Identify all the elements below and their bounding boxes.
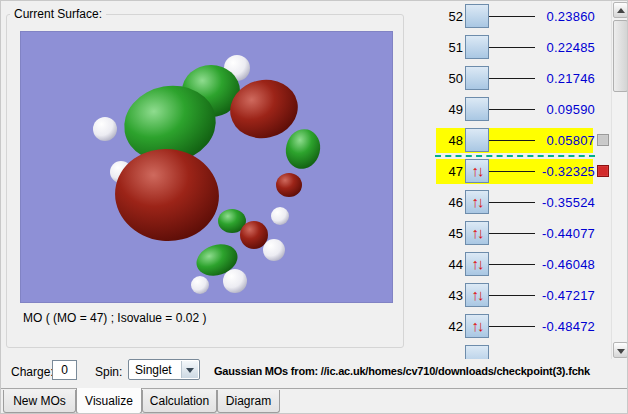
mo-number: 50 [437,71,463,86]
mo-number: 46 [437,195,463,210]
mo-row-51[interactable]: 510.22485 [409,32,609,63]
mo-box-occupied[interactable]: ↑↓ [465,221,489,245]
mo-row-49[interactable]: 490.09590 [409,94,609,125]
mo-row-48[interactable]: 480.05807 [409,125,609,156]
mo-number: 48 [437,133,463,148]
mo-box-occupied[interactable]: ↑↓ [465,159,489,183]
mo-energy-value: 0.21746 [535,71,595,86]
electron-pair-arrows-icon: ↑↓ [466,160,488,182]
mo-energy-value: -0.46048 [535,257,595,272]
mo-energy-value: 0.23860 [535,9,595,24]
homo-lumo-divider [435,155,595,157]
mo-box-occupied[interactable]: ↑↓ [465,252,489,276]
mo-box-virtual[interactable] [465,97,489,121]
mo-list-scrollbar[interactable] [611,1,628,359]
electron-pair-arrows-icon: ↑↓ [466,222,488,244]
mo-energy-value: -0.47217 [535,288,595,303]
mo-box-occupied[interactable]: ↑↓ [465,283,489,307]
mo-energy-value: 0.22485 [535,40,595,55]
electron-pair-arrows-icon: ↑↓ [466,315,488,337]
tab-visualize[interactable]: Visualize [76,388,142,414]
mo-number: 47 [437,164,463,179]
mo-number: 44 [437,257,463,272]
mo-row-44[interactable]: 44↑↓-0.46048 [409,249,609,280]
tab-diagram[interactable]: Diagram [217,390,280,413]
electron-pair-arrows-icon: ↑↓ [466,253,488,275]
mo-number: 45 [437,226,463,241]
mo-energy-value: -0.32325 [535,164,595,179]
gaussian-source-label: Gaussian MOs from: [214,365,318,377]
spin-dropdown[interactable]: Singlet [128,359,200,380]
electron-pair-arrows-icon: ↑↓ [466,284,488,306]
mo-energy-value: -0.44077 [535,226,595,241]
mo-box-occupied[interactable]: ↑↓ [465,314,489,338]
gaussian-source-path: //ic.ac.uk/homes/cv710/downloads/checkpo… [321,365,590,377]
charge-label: Charge: [11,365,54,379]
mo-number: 49 [437,102,463,117]
molecule-orbital-rendering [21,32,392,302]
mo-row-52[interactable]: 520.23860 [409,1,609,32]
mo-row-43[interactable]: 43↑↓-0.47217 [409,280,609,311]
scroll-down-icon [617,349,625,354]
mo-energy-list: 520.23860510.22485500.21746490.09590480.… [409,1,609,359]
scroll-down-button[interactable] [613,342,628,358]
mo-box-virtual[interactable] [465,128,489,152]
charge-input[interactable] [52,360,77,380]
current-surface-groupbox: Current Surface: [6,14,404,348]
molecule-3d-viewport[interactable] [20,31,393,303]
mo-number: 43 [437,288,463,303]
mo-box-virtual[interactable] [465,66,489,90]
surface-caption: MO ( (MO = 47) ; Isovalue = 0.02 ) [23,311,206,325]
mo-number: 51 [437,40,463,55]
mo-box-virtual[interactable] [465,4,489,28]
mo-number: 42 [437,319,463,334]
spin-dropdown-button[interactable] [181,361,198,378]
mo-energy-value: 0.05807 [535,133,595,148]
mo-row-46[interactable]: 46↑↓-0.35524 [409,187,609,218]
mo-box-virtual[interactable] [465,35,489,59]
mo-energy-value: 0.09590 [535,102,595,117]
mo-row-50[interactable]: 500.21746 [409,63,609,94]
scrollbar-thumb[interactable] [613,20,628,92]
mo-energy-value: -0.48472 [535,319,595,334]
mo-visibility-checkbox[interactable] [597,165,609,177]
mo-number: 52 [437,9,463,24]
mo-box-virtual[interactable] [465,345,489,359]
mo-visibility-checkbox[interactable] [597,134,609,146]
mo-energy-value: -0.35524 [535,195,595,210]
current-surface-label: Current Surface: [10,7,106,21]
mo-row-42[interactable]: 42↑↓-0.48472 [409,311,609,342]
chevron-down-icon [186,368,194,373]
scroll-up-button[interactable] [613,2,628,18]
scroll-up-icon [617,8,625,13]
gaussian-source-text: Gaussian MOs from: //ic.ac.uk/homes/cv71… [214,365,590,377]
mo-row-45[interactable]: 45↑↓-0.44077 [409,218,609,249]
mo-row-47[interactable]: 47↑↓-0.32325 [409,156,609,187]
mo-row-partial[interactable] [409,342,609,359]
tab-calculation[interactable]: Calculation [142,390,217,413]
tab-new-mos[interactable]: New MOs [3,390,76,413]
spin-label: Spin: [95,365,122,379]
mo-box-occupied[interactable]: ↑↓ [465,190,489,214]
mo-viewer-window: Current Surface: [0,0,628,414]
electron-pair-arrows-icon: ↑↓ [466,191,488,213]
